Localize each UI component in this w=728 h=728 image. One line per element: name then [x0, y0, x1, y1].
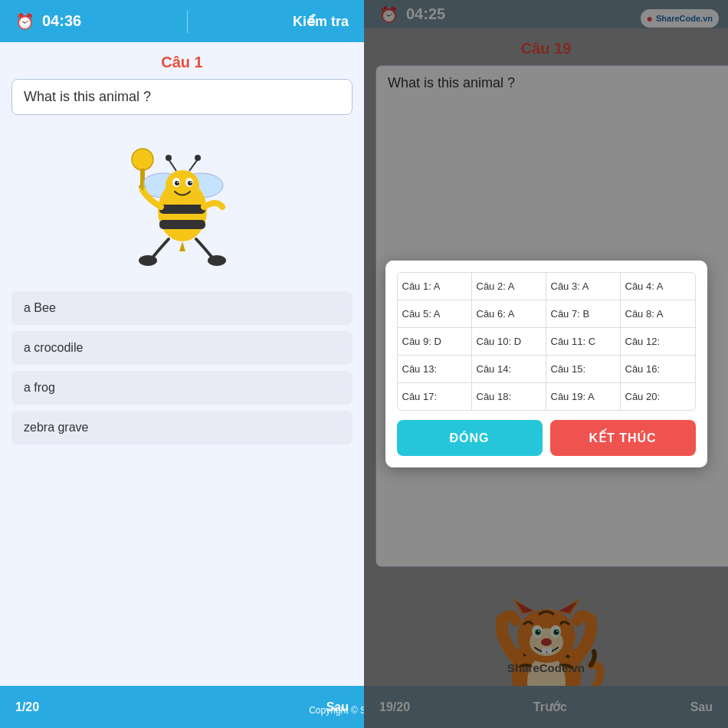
left-action-label[interactable]: Kiểm tra	[293, 13, 349, 30]
right-panel: ⏰ 04:25 ● ShareCode.vn Câu 19 What is th…	[364, 0, 728, 728]
answer-option-1[interactable]: a Bee	[11, 291, 353, 325]
left-page-indicator: 1/20	[15, 700, 39, 714]
results-modal-overlay: Câu 1: ACâu 2: ACâu 3: ACâu 4: ACâu 5: A…	[364, 0, 728, 728]
results-grid: Câu 1: ACâu 2: ACâu 3: ACâu 4: ACâu 5: A…	[397, 272, 696, 411]
modal-cell: Câu 6: A	[472, 300, 546, 328]
modal-cell: Câu 12:	[621, 328, 695, 356]
left-image-area	[0, 123, 364, 284]
answer-options: a Bee a crocodile a frog zebra grave	[11, 291, 353, 444]
modal-cell: Câu 13:	[398, 356, 472, 383]
modal-cell: Câu 11: C	[546, 328, 621, 356]
left-panel: ⏰ 04:36 Kiểm tra Câu 1 What is this anim…	[0, 0, 364, 728]
svg-marker-22	[179, 241, 185, 251]
svg-point-18	[195, 155, 201, 161]
svg-rect-7	[159, 220, 205, 229]
modal-cell: Câu 7: B	[546, 300, 621, 328]
svg-point-11	[175, 181, 179, 185]
close-button[interactable]: ĐÓNG	[397, 420, 543, 456]
bee-image	[106, 126, 259, 280]
modal-cell: Câu 19: A	[546, 383, 621, 410]
svg-point-20	[139, 255, 157, 266]
modal-cell: Câu 5: A	[398, 300, 472, 328]
svg-rect-6	[159, 205, 205, 214]
svg-point-13	[177, 182, 179, 183]
left-footer: 1/20 Copyright © ShareCode.vn Sau	[0, 686, 364, 728]
modal-cell: Câu 3: A	[546, 273, 621, 300]
left-timer-area: ⏰ 04:36	[15, 12, 81, 31]
svg-line-15	[169, 159, 176, 171]
answer-option-2[interactable]: a crocodile	[11, 331, 353, 365]
modal-cell: Câu 2: A	[472, 273, 546, 300]
end-button[interactable]: KẾT THÚC	[550, 420, 696, 456]
modal-buttons: ĐÓNG KẾT THÚC	[397, 420, 696, 456]
modal-cell: Câu 14:	[472, 356, 546, 383]
header-divider	[187, 10, 188, 33]
alarm-icon-left: ⏰	[15, 12, 34, 31]
left-header: ⏰ 04:36 Kiểm tra	[0, 0, 364, 42]
left-question-number: Câu 1	[0, 54, 364, 71]
modal-cell: Câu 1: A	[398, 273, 472, 300]
left-question-box: What is this animal ?	[11, 79, 353, 115]
modal-cell: Câu 8: A	[621, 300, 695, 328]
answer-option-4[interactable]: zebra grave	[11, 411, 353, 444]
modal-cell: Câu 4: A	[621, 273, 695, 300]
svg-point-21	[208, 255, 226, 266]
modal-cell: Câu 17:	[398, 383, 472, 410]
answer-option-3[interactable]: a frog	[11, 371, 353, 405]
modal-cell: Câu 18:	[472, 383, 546, 410]
modal-cell: Câu 16:	[621, 356, 695, 383]
svg-point-16	[166, 155, 172, 161]
svg-point-8	[166, 170, 199, 201]
results-modal: Câu 1: ACâu 2: ACâu 3: ACâu 4: ACâu 5: A…	[385, 261, 707, 467]
modal-cell: Câu 20:	[621, 383, 695, 410]
modal-cell: Câu 15:	[546, 356, 621, 383]
svg-point-12	[188, 181, 192, 185]
svg-point-0	[132, 149, 153, 170]
svg-line-17	[189, 159, 198, 171]
modal-cell: Câu 9: D	[398, 328, 472, 356]
svg-point-14	[190, 182, 192, 183]
left-timer: 04:36	[42, 12, 81, 30]
modal-cell: Câu 10: D	[472, 328, 546, 356]
bee-svg	[113, 130, 251, 276]
